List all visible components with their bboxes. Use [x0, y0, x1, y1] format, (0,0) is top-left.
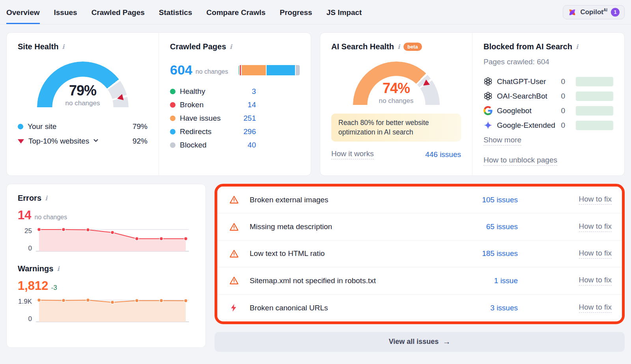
bot-bar	[576, 91, 613, 101]
how-to-fix-link[interactable]: How to fix	[579, 222, 612, 232]
how-to-fix-link[interactable]: How to fix	[579, 249, 612, 259]
ai-panel: AI Search Health i beta 74% no changes R…	[320, 32, 625, 176]
bot-row-chatgpt-user: ChatGPT-User 0	[484, 74, 613, 89]
crawled-pages-change: no changes	[196, 68, 228, 75]
copilot-badge: 1	[611, 8, 620, 17]
bot-row-oai-searchbot: OAI-SearchBot 0	[484, 89, 613, 103]
legend-value: 79%	[133, 122, 147, 131]
warning-triangle-icon	[229, 249, 250, 259]
have-issues-count-link[interactable]: 251	[243, 114, 256, 123]
issue-row-sitemap-not-in-robots[interactable]: Sitemap.xml not specified in robots.txt …	[217, 267, 622, 294]
site-health-change: no changes	[37, 99, 129, 107]
blue-dot-icon	[18, 124, 23, 129]
red-triangle-icon	[18, 139, 24, 144]
info-icon[interactable]: i	[230, 43, 232, 50]
legend-label: Your site	[28, 122, 56, 131]
tab-statistics[interactable]: Statistics	[159, 0, 192, 24]
info-icon[interactable]: i	[62, 43, 64, 50]
warnings-trend-chart: 1.9K 0	[18, 298, 194, 323]
bot-name: ChatGPT-User	[497, 77, 546, 86]
ai-issues-link[interactable]: 446 issues	[425, 150, 461, 159]
bot-name: Googlebot	[497, 106, 532, 115]
blocked-ai-card: Blocked from AI Search i Pages crawled: …	[472, 33, 624, 175]
green-dot-icon	[170, 89, 175, 94]
top-issues-card: Broken external images 105 issues How to…	[217, 187, 622, 321]
view-all-issues-button[interactable]: View all issues →	[215, 332, 625, 352]
issue-row-broken-canonical-urls[interactable]: Broken canonical URLs 3 issues How to fi…	[217, 295, 622, 321]
errors-trend-chart: 25 0	[18, 227, 194, 252]
ai-search-health-value: 74%	[353, 80, 440, 97]
y-axis-max: 1.9K	[18, 298, 32, 306]
orange-dot-icon	[170, 116, 175, 121]
bot-row-googlebot: Googlebot 0	[484, 103, 613, 118]
blocked-count-link[interactable]: 40	[248, 141, 256, 149]
bot-bar	[576, 106, 613, 116]
ai-search-health-card: AI Search Health i beta 74% no changes R…	[320, 33, 472, 175]
issue-label: Missing meta description	[250, 222, 447, 231]
copilot-button[interactable]: CopilotAI 1	[563, 5, 625, 19]
tab-overview[interactable]: Overview	[6, 0, 40, 24]
errors-change: no changes	[34, 214, 67, 221]
errors-value: 14	[18, 208, 31, 222]
crawled-pages-stacked-bar	[239, 65, 300, 75]
ai-search-health-change: no changes	[353, 97, 440, 105]
how-to-fix-link[interactable]: How to fix	[579, 303, 612, 313]
info-icon[interactable]: i	[57, 265, 59, 273]
how-to-unblock-link[interactable]: How to unblock pages	[484, 156, 557, 166]
ai-search-health-gauge: 74% no changes	[353, 62, 440, 105]
bot-count: 0	[561, 92, 565, 101]
info-icon[interactable]: i	[398, 43, 400, 50]
warnings-delta: -3	[51, 284, 57, 292]
site-health-value: 79%	[37, 82, 129, 99]
y-axis-max: 25	[18, 227, 32, 235]
legend-your-site: Your site 79%	[18, 122, 147, 131]
gray-dot-icon	[170, 142, 175, 148]
tab-compare-crawls[interactable]: Compare Crawls	[206, 0, 265, 24]
issue-row-low-text-html-ratio[interactable]: Low text to HTML ratio 185 issues How to…	[217, 241, 622, 267]
bot-bar	[576, 77, 613, 86]
tab-crawled-pages[interactable]: Crawled Pages	[91, 0, 145, 24]
arrow-right-icon: →	[442, 337, 450, 346]
copilot-label: CopilotAI	[580, 8, 607, 16]
issue-count-link[interactable]: 3 issues	[490, 304, 518, 312]
issue-count-link[interactable]: 105 issues	[482, 196, 518, 204]
site-health-title: Site Health	[18, 42, 58, 51]
how-it-works-link[interactable]: How it works	[331, 149, 374, 159]
top-nav: Overview Issues Crawled Pages Statistics…	[0, 0, 631, 24]
broken-count-link[interactable]: 14	[248, 101, 256, 109]
crawled-pages-card: Crawled Pages i 604 no changes Healthy 3	[159, 33, 311, 175]
issue-count-link[interactable]: 185 issues	[482, 249, 518, 258]
how-to-fix-link[interactable]: How to fix	[579, 276, 612, 286]
redirects-count-link[interactable]: 296	[243, 127, 256, 136]
red-dot-icon	[170, 102, 175, 108]
bot-bar	[576, 121, 613, 130]
tab-js-impact[interactable]: JS Impact	[327, 0, 362, 24]
issue-count-link[interactable]: 65 issues	[486, 222, 518, 231]
info-icon[interactable]: i	[576, 43, 578, 50]
legend-top10-websites: Top-10% websites 92%	[18, 137, 147, 146]
chevron-down-icon[interactable]	[93, 137, 99, 146]
healthy-count-link[interactable]: 3	[252, 87, 256, 96]
errors-warnings-card: Errors i 14 no changes 25 0 Warnings i	[6, 184, 206, 348]
issue-count-link[interactable]: 1 issue	[494, 276, 518, 285]
red-highlight-annotation: Broken external images 105 issues How to…	[215, 184, 625, 324]
tab-progress[interactable]: Progress	[280, 0, 312, 24]
ai-search-health-title: AI Search Health	[331, 42, 394, 51]
crawled-pages-total: 604	[170, 62, 192, 78]
pages-crawled-label: Pages crawled: 604	[484, 58, 613, 66]
how-to-fix-link[interactable]: How to fix	[579, 195, 612, 205]
warning-triangle-icon	[229, 222, 250, 232]
issue-label: Sitemap.xml not specified in robots.txt	[250, 276, 447, 285]
issue-row-missing-meta-description[interactable]: Missing meta description 65 issues How t…	[217, 213, 622, 240]
issue-row-broken-external-images[interactable]: Broken external images 105 issues How to…	[217, 187, 622, 213]
info-icon[interactable]: i	[45, 194, 47, 202]
issue-label: Low text to HTML ratio	[250, 249, 447, 258]
ai-optimization-callout: Reach 80% for better website optimizatio…	[331, 114, 461, 142]
beta-badge: beta	[403, 43, 422, 51]
show-more-link[interactable]: Show more	[484, 136, 521, 146]
legend-label: Top-10% websites	[28, 137, 89, 146]
blue-dot-icon	[170, 129, 175, 134]
legend-value: 92%	[133, 137, 147, 146]
tab-issues[interactable]: Issues	[54, 0, 77, 24]
bot-name: OAI-SearchBot	[497, 92, 547, 101]
